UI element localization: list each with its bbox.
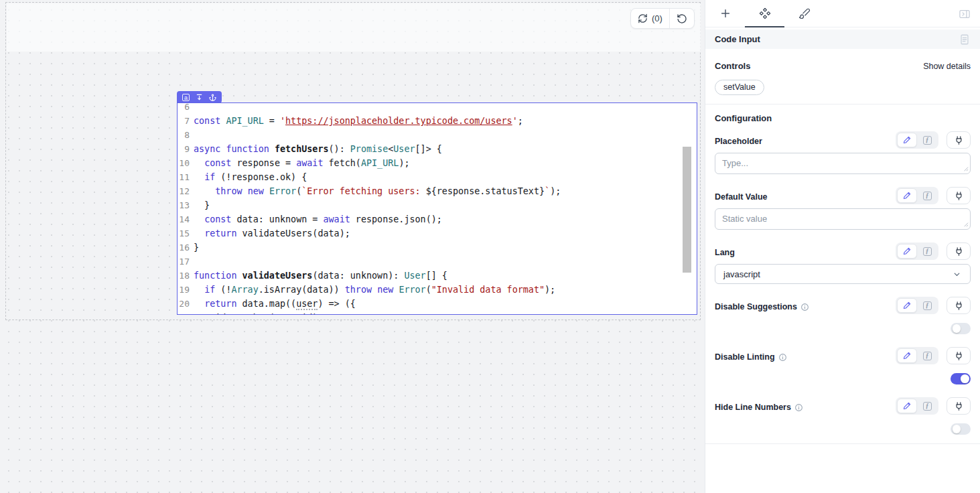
bind-data-plug-button[interactable]	[947, 131, 971, 149]
refresh-queries-button[interactable]: (0)	[631, 9, 669, 28]
line-number: 13	[178, 198, 190, 212]
anchor-icon[interactable]	[209, 94, 216, 101]
info-icon[interactable]	[794, 403, 803, 412]
line-number: 20	[178, 297, 190, 311]
code-line[interactable]: 21 id: Number(user.id),	[178, 311, 697, 314]
code-line[interactable]: 18function validateUsers(data: unknown):…	[178, 269, 697, 283]
code-line[interactable]: 17	[178, 255, 697, 269]
static-value-mode-button[interactable]	[897, 399, 917, 413]
code-line-text: async function fetchUsers(): Promise<Use…	[190, 142, 442, 156]
code-line[interactable]: 9async function fetchUsers(): Promise<Us…	[178, 142, 697, 156]
selected-widget-toolbar[interactable]: a	[177, 91, 222, 103]
show-details-link[interactable]: Show details	[923, 62, 971, 71]
insert-below-icon[interactable]	[196, 94, 203, 101]
property-text-input[interactable]	[715, 153, 971, 174]
fx-dynamic-value-mode-button[interactable]: ƒ	[917, 244, 937, 259]
widgets-icon	[758, 7, 772, 20]
code-line[interactable]: 14 const data: unknown = await response.…	[178, 212, 697, 226]
code-line[interactable]: 6	[178, 103, 697, 114]
fx-dynamic-value-mode-button[interactable]: ƒ	[917, 133, 937, 147]
tab-add-components[interactable]	[705, 0, 745, 27]
property-text-input[interactable]	[715, 208, 971, 230]
pencil-icon	[902, 191, 912, 200]
plus-icon	[719, 7, 731, 19]
refresh-icon	[638, 13, 648, 23]
collapse-panel-button[interactable]	[957, 7, 972, 21]
info-icon[interactable]	[800, 303, 809, 311]
bind-data-plug-button[interactable]	[947, 297, 971, 314]
fx-dynamic-value-mode-button[interactable]: ƒ	[917, 188, 937, 203]
code-line[interactable]: 7const API_URL = 'https://jsonplaceholde…	[178, 114, 697, 128]
fx-icon: ƒ	[923, 192, 932, 200]
tab-styles[interactable]	[784, 0, 824, 27]
panel-tabs	[705, 0, 980, 27]
code-line-text: return validateUsers(data);	[190, 226, 350, 240]
line-number: 16	[178, 240, 190, 255]
code-line[interactable]: 19 if (!Array.isArray(data)) throw new E…	[178, 283, 697, 297]
docs-icon[interactable]	[959, 33, 971, 46]
static-value-mode-button[interactable]	[897, 188, 917, 203]
editor-scrollbar-thumb[interactable]	[683, 147, 691, 273]
code-editor[interactable]: 67const API_URL = 'https://jsonplacehold…	[178, 103, 697, 314]
property-row: Disable Linting ƒ	[715, 347, 971, 384]
property-control	[715, 323, 971, 334]
code-line-text: throw new Error(`Error fetching users: $…	[190, 184, 561, 198]
info-icon[interactable]	[778, 353, 787, 362]
fx-dynamic-value-mode-button[interactable]: ƒ	[917, 399, 937, 413]
code-line-text: const response = await fetch(API_URL);	[190, 156, 410, 170]
tab-properties[interactable]	[745, 0, 784, 27]
property-control: javascript	[715, 264, 971, 284]
property-toggle[interactable]	[951, 373, 971, 384]
pencil-icon	[902, 135, 912, 145]
code-line-text: const API_URL = 'https://jsonplaceholder…	[190, 114, 523, 128]
line-number: 17	[178, 255, 190, 269]
resize-handle-icon[interactable]	[963, 221, 969, 227]
property-label-text: Default Value	[715, 192, 768, 202]
static-value-mode-button[interactable]	[897, 244, 917, 259]
static-value-mode-button[interactable]	[897, 348, 917, 363]
history-button[interactable]	[670, 9, 694, 28]
resize-handle-icon[interactable]	[963, 165, 969, 171]
code-line[interactable]: 15 return validateUsers(data);	[178, 226, 697, 240]
bind-data-plug-button[interactable]	[947, 397, 971, 415]
line-number: 10	[178, 156, 190, 170]
code-line[interactable]: 13 }	[178, 198, 697, 212]
static-value-mode-button[interactable]	[897, 298, 917, 313]
code-lines: 67const API_URL = 'https://jsonplacehold…	[178, 103, 697, 314]
app-canvas[interactable]: (0) a 67const API_URL = 'https://jsonpla…	[0, 0, 705, 493]
code-line[interactable]: 12 throw new Error(`Error fetching users…	[178, 184, 697, 198]
code-line[interactable]: 20 return data.map((user) => ({	[178, 297, 697, 311]
property-toggle[interactable]	[951, 323, 971, 334]
static-value-mode-button[interactable]	[897, 133, 917, 147]
code-input-widget[interactable]: 67const API_URL = 'https://jsonplacehold…	[177, 102, 697, 315]
pencil-icon	[902, 401, 912, 411]
fx-dynamic-value-mode-button[interactable]: ƒ	[917, 348, 937, 363]
code-line[interactable]: 8	[178, 128, 697, 142]
bind-data-plug-button[interactable]	[947, 347, 971, 364]
value-mode-segmented-control: ƒ	[896, 131, 938, 149]
property-label: Placeholder	[715, 137, 762, 146]
fx-dynamic-value-mode-button[interactable]: ƒ	[917, 298, 937, 313]
collapse-panel-icon	[958, 7, 971, 21]
property-select[interactable]: javascript	[715, 264, 971, 284]
property-control	[715, 423, 971, 435]
property-value-controls: ƒ	[896, 242, 971, 260]
toggle-knob	[961, 374, 969, 383]
code-line[interactable]: 16}	[178, 240, 697, 255]
property-label-text: Disable Linting	[715, 352, 775, 362]
property-header: Hide Line Numbers ƒ	[715, 397, 971, 415]
code-line[interactable]: 10 const response = await fetch(API_URL)…	[178, 156, 697, 170]
widget-name-icon[interactable]: a	[182, 94, 190, 101]
control-action-chip[interactable]: setValue	[715, 80, 764, 95]
property-label: Lang	[715, 248, 735, 257]
bind-data-plug-button[interactable]	[947, 242, 971, 260]
code-line[interactable]: 11 if (!response.ok) {	[178, 170, 697, 184]
bind-data-plug-button[interactable]	[947, 187, 971, 204]
property-toggle[interactable]	[951, 423, 971, 435]
property-value-controls: ƒ	[896, 297, 971, 314]
controls-section-header: Controls Show details	[715, 61, 971, 71]
code-line-text: function validateUsers(data: unknown): U…	[190, 269, 447, 283]
configuration-heading: Configuration	[715, 113, 971, 123]
property-header: Placeholder ƒ	[715, 131, 971, 149]
value-mode-segmented-control: ƒ	[896, 397, 938, 415]
